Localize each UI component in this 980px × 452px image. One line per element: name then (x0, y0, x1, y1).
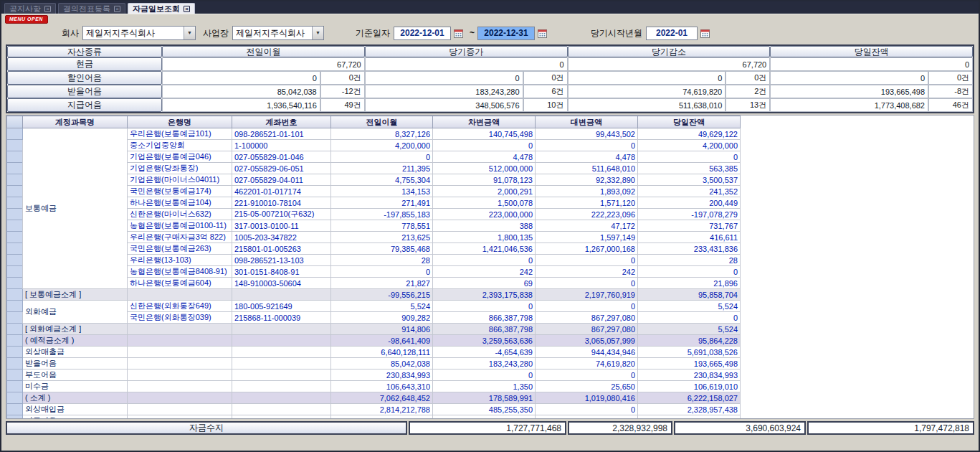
detail-cell-bank[interactable] (128, 369, 232, 381)
detail-cell-today-balance[interactable]: 5,691,038,526 (638, 347, 741, 358)
detail-cell-today-balance[interactable]: 5,524 (638, 301, 741, 312)
detail-cell-debit[interactable]: 0 (433, 301, 536, 312)
detail-cell-account-no[interactable]: 027-055829-06-051 (232, 163, 331, 174)
detail-cell-prev-balance[interactable]: -98,641,409 (331, 335, 433, 347)
site-select[interactable]: 제일저지주식회사 ▼ (232, 26, 324, 40)
row-indicator[interactable] (7, 232, 23, 243)
detail-cell-debit[interactable]: 69 (433, 278, 536, 289)
detail-cell-today-balance[interactable]: 4,200,000 (638, 140, 741, 151)
detail-cell-account-name[interactable]: ( 소계 ) (23, 392, 128, 404)
detail-cell-today-balance[interactable]: 6,222,158,027 (638, 392, 741, 404)
tab-close-icon[interactable]: × (114, 6, 120, 12)
detail-cell-account-no[interactable]: 1-100000 (232, 140, 331, 151)
detail-cell-prev-balance[interactable]: 21,827 (331, 278, 433, 289)
detail-cell-credit[interactable]: 99,443,502 (536, 128, 638, 140)
detail-cell-account-no[interactable] (232, 415, 331, 420)
detail-row[interactable]: ( 소계 )7,062,648,452178,589,9911,019,080,… (7, 392, 741, 404)
detail-cell-account-no[interactable] (232, 335, 331, 347)
detail-cell-account-no[interactable] (232, 289, 331, 301)
detail-cell-prev-balance[interactable]: 778,551 (331, 220, 433, 232)
detail-cell-account-name[interactable]: 받을어음 (23, 358, 128, 369)
start-month-input[interactable] (646, 27, 698, 40)
detail-cell-debit[interactable]: -4,654,639 (433, 347, 536, 358)
detail-cell-bank[interactable]: 국민은행(외화통장039) (128, 312, 232, 324)
detail-cell-credit[interactable]: 867,297,080 (536, 312, 638, 324)
detail-cell-debit[interactable]: 140,745,498 (433, 128, 536, 140)
detail-cell-debit[interactable]: 485,255,350 (433, 404, 536, 415)
detail-cell-account-no[interactable]: 301-0151-8408-91 (232, 266, 331, 278)
calendar-icon[interactable] (452, 27, 465, 39)
detail-cell-bank[interactable] (128, 404, 232, 415)
detail-row[interactable]: 보통예금우리은행(보통예금101)098-286521-01-1018,327,… (7, 128, 741, 140)
detail-cell-credit[interactable]: 0 (536, 369, 638, 381)
detail-cell-bank[interactable]: 기업은행(보통예금046) (128, 151, 232, 163)
detail-cell-bank[interactable]: 신한은행(마이너스632) (128, 209, 232, 220)
detail-cell-account-no[interactable] (232, 392, 331, 404)
detail-cell-prev-balance[interactable]: 271,491 (331, 197, 433, 209)
detail-cell-today-balance[interactable]: 563,385 (638, 163, 741, 174)
detail-cell-account-name[interactable]: 지급어음 (23, 415, 128, 420)
detail-row[interactable]: ( 예적금소계 )-98,641,4093,259,563,6363,065,0… (7, 335, 741, 347)
detail-cell-account-name[interactable]: 미수금 (23, 381, 128, 392)
detail-cell-debit[interactable]: 91,078,123 (433, 174, 536, 186)
detail-row[interactable]: 부도어음230,834,99300230,834,993 (7, 369, 741, 381)
row-indicator[interactable] (7, 128, 23, 140)
detail-cell-prev-balance[interactable]: 8,327,126 (331, 128, 433, 140)
detail-cell-debit[interactable]: 1,800,135 (433, 232, 536, 243)
detail-cell-bank[interactable]: 중소기업중앙회 (128, 140, 232, 151)
detail-cell-debit[interactable]: 1,500,078 (433, 197, 536, 209)
detail-cell-debit[interactable]: 178,589,991 (433, 392, 536, 404)
detail-row[interactable]: 외화예금신한은행(외화통장649)180-005-9216495,524005,… (7, 301, 741, 312)
detail-cell-account-no[interactable]: 098-286521-01-101 (232, 128, 331, 140)
row-indicator[interactable] (7, 347, 23, 358)
detail-cell-account-name[interactable]: 외상매출금 (23, 347, 128, 358)
detail-cell-debit[interactable]: 511,638,010 (433, 415, 536, 420)
detail-cell-prev-balance[interactable]: 0 (331, 266, 433, 278)
detail-cell-account-name[interactable]: 보통예금 (23, 128, 128, 289)
detail-cell-bank[interactable]: 기업은행(마이너스04011) (128, 174, 232, 186)
tab-voucher-entry[interactable]: 결의전표등록 × (58, 3, 125, 14)
detail-cell-today-balance[interactable]: 0 (638, 312, 741, 324)
detail-cell-debit[interactable]: 1,350 (433, 381, 536, 392)
row-indicator[interactable] (7, 174, 23, 186)
detail-cell-account-no[interactable]: 027-055829-01-046 (232, 151, 331, 163)
detail-cell-credit[interactable]: 1,571,120 (536, 197, 638, 209)
detail-cell-bank[interactable] (128, 381, 232, 392)
detail-cell-bank[interactable] (128, 347, 232, 358)
detail-cell-account-no[interactable]: 098-286521-13-103 (232, 255, 331, 266)
detail-cell-credit[interactable]: 2,197,760,919 (536, 289, 638, 301)
detail-cell-credit[interactable]: 92,332,890 (536, 174, 638, 186)
detail-cell-today-balance[interactable]: 230,834,993 (638, 369, 741, 381)
detail-cell-today-balance[interactable]: 49,629,122 (638, 128, 741, 140)
detail-cell-account-no[interactable]: 148-910003-50604 (232, 278, 331, 289)
detail-cell-prev-balance[interactable]: 4,200,000 (331, 140, 433, 151)
detail-cell-credit[interactable]: 1,267,000,168 (536, 243, 638, 255)
detail-cell-bank[interactable]: 신한은행(외화통장649) (128, 301, 232, 312)
detail-cell-today-balance[interactable]: 193,665,498 (638, 358, 741, 369)
detail-cell-account-no[interactable] (232, 358, 331, 369)
detail-cell-today-balance[interactable]: 3,500,537 (638, 174, 741, 186)
detail-cell-prev-balance[interactable]: 213,625 (331, 232, 433, 243)
detail-cell-debit[interactable]: 242 (433, 266, 536, 278)
date-from-input[interactable] (394, 27, 451, 40)
detail-cell-prev-balance[interactable]: 106,643,310 (331, 381, 433, 392)
detail-row[interactable]: 외상매출금6,640,128,111-4,654,639944,434,9465… (7, 347, 741, 358)
detail-cell-prev-balance[interactable]: -197,855,183 (331, 209, 433, 220)
detail-cell-today-balance[interactable]: 95,858,704 (638, 289, 741, 301)
detail-cell-prev-balance[interactable]: 134,153 (331, 186, 433, 197)
detail-cell-prev-balance[interactable]: -99,556,215 (331, 289, 433, 301)
detail-cell-debit[interactable]: 512,000,000 (433, 163, 536, 174)
row-indicator[interactable] (7, 197, 23, 209)
detail-cell-prev-balance[interactable]: 4,755,304 (331, 174, 433, 186)
detail-cell-prev-balance[interactable]: 914,806 (331, 324, 433, 335)
detail-cell-credit[interactable]: 0 (536, 140, 638, 151)
tab-close-icon[interactable]: × (44, 6, 51, 12)
tab-close-icon[interactable]: × (184, 6, 190, 12)
row-indicator[interactable] (7, 255, 23, 266)
menu-open-button[interactable]: MENU OPEN (5, 15, 48, 24)
detail-cell-account-no[interactable]: 221-910010-78104 (232, 197, 331, 209)
detail-cell-debit[interactable]: 183,243,280 (433, 358, 536, 369)
detail-cell-bank[interactable] (128, 324, 232, 335)
detail-cell-bank[interactable]: 우리은행(13-103) (128, 255, 232, 266)
detail-cell-credit[interactable]: 4,478 (536, 151, 638, 163)
